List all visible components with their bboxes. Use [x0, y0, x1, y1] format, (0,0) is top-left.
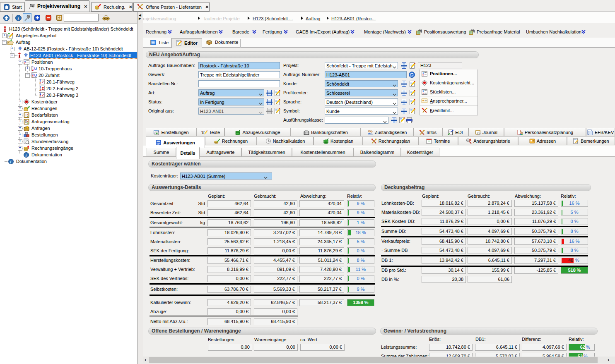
svg-text:i: i [18, 16, 19, 21]
svg-text:2: 2 [40, 81, 41, 84]
svg-text:2: 2 [24, 62, 26, 65]
svg-text:i: i [10, 160, 12, 164]
svg-text:i: i [26, 153, 27, 158]
svg-text:T: T [201, 129, 205, 135]
svg-text:2: 2 [40, 95, 41, 98]
svg-text:2: 2 [32, 75, 34, 78]
svg-text:Z: Z [42, 93, 44, 97]
svg-text:Z: Z [42, 80, 44, 84]
svg-text:U: U [34, 73, 37, 77]
svg-text:2: 2 [40, 88, 41, 91]
svg-text:2: 2 [32, 68, 34, 71]
svg-text:Z: Z [42, 86, 44, 91]
svg-text:U: U [34, 67, 37, 71]
